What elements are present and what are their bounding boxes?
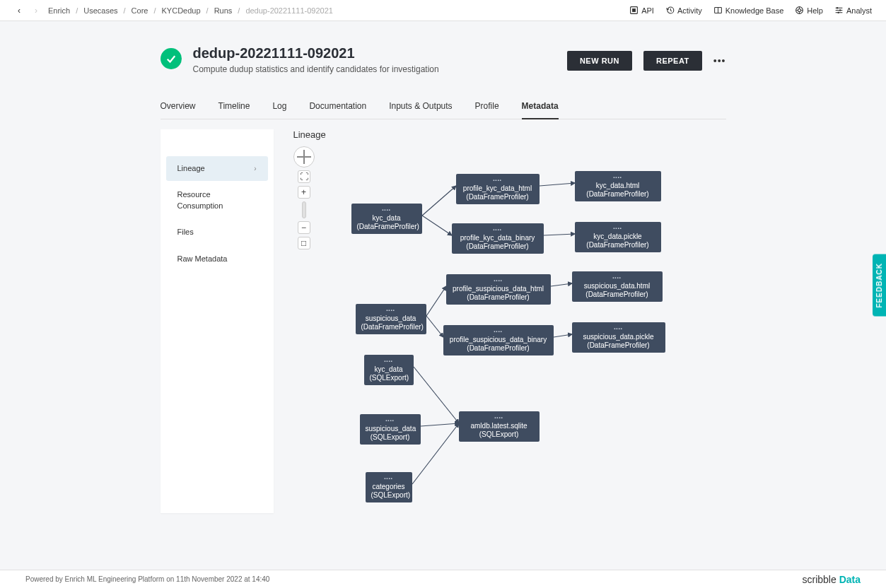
svg-point-16	[837, 12, 839, 13]
breadcrumb-current: dedup-20221111-092021	[245, 6, 333, 15]
sidebar-item-label: Resource Consumption	[177, 189, 257, 211]
tab-log[interactable]: Log	[272, 95, 286, 119]
svg-line-24	[554, 334, 572, 337]
tabs: Overview Timeline Log Documentation Inpu…	[161, 95, 726, 119]
page-header: dedup-20221111-092021 Compute dudup stat…	[161, 45, 726, 74]
lineage-node[interactable]: ▪▪▪▪kyc_data.html(DataFrameProfiler)	[575, 171, 661, 201]
svg-line-20	[544, 234, 575, 235]
api-icon	[629, 6, 639, 15]
lineage-node[interactable]: ▪▪▪▪profile_kyc_data_html(DataFrameProfi…	[456, 174, 540, 204]
chevron-right-icon: ›	[254, 164, 256, 174]
lineage-node[interactable]: ▪▪▪▪amldb.latest.sqlite(SQLExport)	[459, 411, 540, 442]
zoom-controls: ⛶ + − □	[293, 146, 315, 249]
sidebar-item-resource[interactable]: Resource Consumption	[166, 182, 268, 218]
page-title: dedup-20221111-092021	[193, 45, 439, 61]
api-link[interactable]: API	[629, 6, 654, 15]
breadcrumb-item[interactable]: Core	[132, 6, 148, 15]
canvas-title: Lineage	[293, 129, 732, 140]
history-icon	[665, 6, 675, 15]
footer-text: Powered by Enrich ML Engineering Platfor…	[25, 575, 269, 583]
lineage-node[interactable]: ▪▪▪▪categories(SQLExport)	[366, 472, 412, 502]
lineage-node[interactable]: ▪▪▪▪profile_suspicious_data_binary(DataF…	[443, 325, 554, 355]
tab-timeline[interactable]: Timeline	[218, 95, 250, 119]
knowledge-base-link[interactable]: Knowledge Base	[713, 6, 784, 15]
sidebar-item-lineage[interactable]: Lineage ›	[166, 156, 268, 181]
nav-forward-icon: ›	[31, 6, 41, 16]
pan-control[interactable]	[293, 146, 315, 167]
svg-point-14	[837, 7, 838, 8]
more-menu-icon[interactable]: •••	[713, 55, 726, 66]
breadcrumb-item[interactable]: Enrich	[48, 6, 70, 15]
footer: Powered by Enrich ML Engineering Platfor…	[0, 570, 886, 588]
svg-rect-1	[632, 8, 636, 12]
lineage-node[interactable]: ▪▪▪▪profile_kyc_data_binary(DataFramePro…	[452, 223, 544, 254]
topbar: ‹ › Enrich/ Usecases/ Core/ KYCDedup/ Ru…	[0, 0, 886, 21]
repeat-button[interactable]: REPEAT	[643, 51, 702, 71]
nav-back-icon[interactable]: ‹	[14, 6, 24, 16]
svg-line-22	[426, 316, 443, 337]
tab-metadata[interactable]: Metadata	[522, 95, 559, 119]
lineage-node[interactable]: ▪▪▪▪suspicious_data(SQLExport)	[360, 414, 421, 445]
zoom-out-button[interactable]: −	[298, 221, 310, 234]
zoom-slider[interactable]	[302, 201, 306, 218]
sidebar-item-label: Raw Metadata	[177, 254, 228, 264]
sidebar: Lineage › Resource Consumption Files Raw…	[161, 129, 274, 513]
sidebar-item-label: Lineage	[177, 163, 205, 174]
breadcrumb: Enrich/ Usecases/ Core/ KYCDedup/ Runs/ …	[48, 6, 333, 15]
new-run-button[interactable]: NEW RUN	[567, 51, 632, 71]
feedback-tab[interactable]: FEEDBACK	[873, 254, 886, 317]
breadcrumb-item[interactable]: Runs	[214, 6, 233, 15]
svg-point-6	[798, 8, 801, 11]
lineage-node[interactable]: ▪▪▪▪suspicious_data.pickle(DataFrameProf…	[572, 322, 665, 353]
sidebar-item-files[interactable]: Files	[166, 220, 268, 245]
lineage-canvas: Lineage ⛶ + − □ ▪▪▪▪kyc_data(DataFramePr…	[293, 129, 732, 513]
svg-line-19	[540, 183, 575, 186]
lineage-node[interactable]: ▪▪▪▪kyc_data(DataFrameProfiler)	[351, 204, 422, 234]
activity-link[interactable]: Activity	[665, 6, 702, 15]
svg-line-23	[551, 283, 572, 286]
fit-button[interactable]: ⛶	[298, 170, 310, 183]
breadcrumb-item[interactable]: Usecases	[83, 6, 117, 15]
help-icon	[795, 6, 804, 15]
lineage-node[interactable]: ▪▪▪▪profile_suspicious_data_html(DataFra…	[446, 274, 551, 305]
help-link[interactable]: Help	[795, 6, 823, 15]
book-icon	[713, 6, 723, 15]
svg-point-15	[839, 9, 841, 11]
tab-inputs-outputs[interactable]: Inputs & Outputs	[389, 95, 452, 119]
lineage-graph[interactable]: ▪▪▪▪kyc_data(DataFrameProfiler)▪▪▪▪profi…	[293, 146, 732, 513]
tab-documentation[interactable]: Documentation	[309, 95, 366, 119]
page-subtitle: Compute dudup statistics and identify ca…	[193, 64, 439, 74]
svg-line-26	[421, 423, 459, 426]
breadcrumb-item[interactable]: KYCDedup	[162, 6, 201, 15]
sliders-icon	[834, 6, 844, 15]
zoom-reset-button[interactable]: □	[298, 237, 310, 249]
status-success-icon	[161, 48, 182, 69]
sidebar-item-raw-metadata[interactable]: Raw Metadata	[166, 247, 268, 271]
tab-overview[interactable]: Overview	[161, 95, 196, 119]
footer-logo: scribble Data	[803, 574, 861, 585]
svg-line-17	[422, 186, 456, 216]
analyst-link[interactable]: Analyst	[834, 6, 872, 15]
lineage-node[interactable]: ▪▪▪▪kyc_data(SQLExport)	[364, 355, 414, 385]
svg-line-18	[422, 216, 452, 235]
sidebar-item-label: Files	[177, 227, 194, 237]
lineage-node[interactable]: ▪▪▪▪suspicious_data.html(DataFrameProfil…	[572, 271, 663, 302]
tab-profile[interactable]: Profile	[475, 95, 499, 119]
zoom-in-button[interactable]: +	[298, 186, 310, 199]
lineage-node[interactable]: ▪▪▪▪kyc_data.pickle(DataFrameProfiler)	[575, 222, 661, 252]
lineage-node[interactable]: ▪▪▪▪suspicious_data(DataFrameProfiler)	[356, 304, 426, 334]
svg-line-21	[426, 286, 446, 316]
